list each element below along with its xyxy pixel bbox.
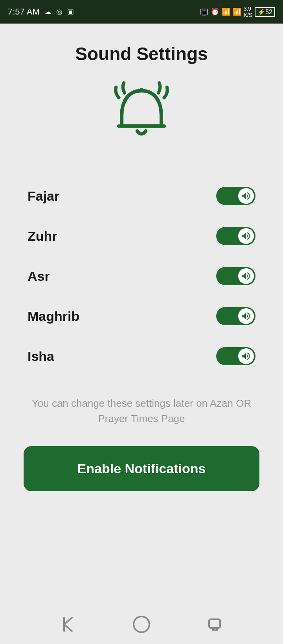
- signal-icon: 📶: [233, 7, 241, 16]
- prayer-row-zuhr: Zuhr: [24, 216, 259, 256]
- maghrib-toggle-knob: [238, 308, 254, 324]
- status-right: 📳 ⏰ 📶 📶 3.9K/S ⚡52: [200, 5, 275, 18]
- isha-toggle-knob: [238, 348, 254, 364]
- prayer-name-asr: Asr: [28, 269, 50, 284]
- bell-icon: [106, 80, 177, 152]
- asr-toggle-knob: [238, 268, 254, 284]
- asr-speaker-icon: [241, 271, 251, 281]
- maghrib-speaker-icon: [241, 311, 251, 321]
- prayer-name-zuhr: Zuhr: [28, 229, 57, 244]
- prayer-row-isha: Isha: [24, 336, 259, 376]
- fajar-toggle[interactable]: [216, 187, 255, 205]
- battery-icon: ⚡52: [255, 7, 275, 17]
- alarm-icon: ⏰: [211, 7, 219, 16]
- prayer-name-maghrib: Maghrib: [28, 309, 79, 324]
- back-nav-button[interactable]: [56, 613, 80, 636]
- prayer-row-asr: Asr: [24, 256, 259, 296]
- cloud-icon: ☁: [44, 7, 51, 16]
- isha-toggle[interactable]: [216, 347, 255, 365]
- prayer-list: Fajar Zuhr: [24, 176, 259, 376]
- enable-notifications-button[interactable]: Enable Notifications: [24, 446, 259, 491]
- wifi-icon: 📶: [222, 7, 230, 16]
- speed-icon: 3.9K/S: [244, 5, 253, 18]
- zuhr-toggle[interactable]: [216, 227, 255, 245]
- prayer-name-isha: Isha: [28, 349, 54, 364]
- vibrate-icon: 📳: [200, 7, 208, 16]
- page-title: Sound Settings: [75, 43, 208, 64]
- status-bar: 7:57 AM ☁ ◎ ▣ 📳 ⏰ 📶 📶 3.9K/S ⚡52: [0, 0, 283, 24]
- info-text: You can change these settings later on A…: [24, 396, 259, 426]
- asr-toggle[interactable]: [216, 267, 255, 285]
- prayer-name-fajar: Fajar: [28, 188, 59, 204]
- recents-nav-button[interactable]: [203, 613, 227, 636]
- prayer-row-maghrib: Maghrib: [24, 296, 259, 336]
- svg-rect-2: [209, 619, 220, 628]
- svg-point-0: [140, 88, 144, 92]
- bottom-nav: [0, 605, 283, 644]
- zuhr-toggle-knob: [238, 228, 254, 244]
- zuhr-speaker-icon: [241, 231, 251, 241]
- fajar-speaker-icon: [241, 191, 251, 201]
- at-icon: ◎: [56, 7, 62, 16]
- maghrib-toggle[interactable]: [216, 307, 255, 325]
- isha-speaker-icon: [241, 351, 251, 361]
- svg-point-1: [134, 617, 149, 632]
- main-content: Sound Settings Fajar: [0, 24, 283, 605]
- status-left: 7:57 AM ☁ ◎ ▣: [8, 7, 74, 17]
- home-nav-button[interactable]: [130, 613, 153, 636]
- prayer-row-fajar: Fajar: [24, 176, 259, 216]
- status-time: 7:57 AM: [8, 7, 40, 17]
- square-icon: ▣: [67, 7, 74, 16]
- fajar-toggle-knob: [238, 188, 254, 204]
